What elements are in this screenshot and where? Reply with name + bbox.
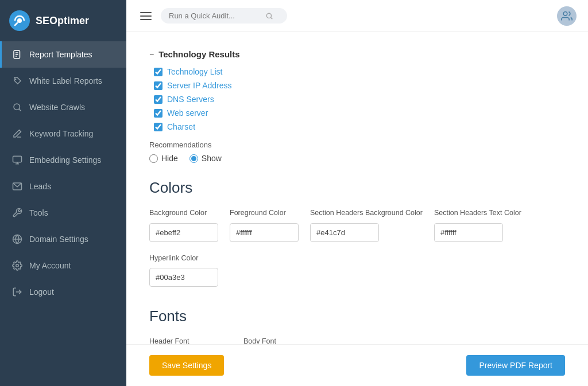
checkbox-label: DNS Servers: [167, 95, 214, 104]
sidebar: SEOptimer Report Templates White Label R…: [0, 0, 126, 386]
checkbox-item-charset[interactable]: Charset: [154, 122, 565, 131]
checkbox-tech-list[interactable]: [154, 68, 163, 76]
svg-rect-9: [13, 156, 22, 162]
hyperlink-color-group: Hyperlink Color: [149, 254, 218, 287]
search-icon: [12, 102, 22, 112]
sidebar-item-label: Leads: [29, 182, 51, 191]
checkbox-item-dns-servers[interactable]: DNS Servers: [154, 95, 565, 104]
sidebar-item-white-label[interactable]: White Label Reports: [0, 68, 126, 94]
svg-point-15: [16, 264, 19, 267]
sidebar-item-logout[interactable]: Logout: [0, 279, 126, 305]
bg-color-group: Background Color: [149, 208, 218, 242]
main-content: − Technology Results Technology List Ser…: [126, 32, 588, 344]
sidebar-item-label: Report Templates: [29, 50, 92, 59]
radio-show[interactable]: Show: [189, 154, 222, 163]
checkbox-item-server-ip[interactable]: Server IP Address: [154, 81, 565, 90]
header-font-label: Header Font: [149, 337, 230, 344]
search-input[interactable]: [169, 11, 261, 20]
sidebar-item-embedding-settings[interactable]: Embedding Settings: [0, 147, 126, 173]
tech-results-header: − Technology Results: [149, 49, 565, 59]
hyperlink-color-input[interactable]: [149, 268, 218, 287]
svg-point-6: [15, 79, 16, 80]
fg-color-label: Foreground Color: [230, 208, 299, 219]
radio-hide-input[interactable]: [149, 154, 158, 163]
sidebar-item-label: Logout: [29, 287, 54, 297]
topbar: [126, 0, 588, 32]
sidebar-item-label: Domain Settings: [29, 235, 88, 244]
sidebar-item-label: Embedding Settings: [29, 155, 101, 165]
checkbox-label: Technology List: [167, 67, 223, 76]
fg-color-group: Foreground Color: [230, 208, 299, 242]
sidebar-item-label: Website Crawls: [29, 103, 85, 112]
checkbox-server-ip[interactable]: [154, 81, 163, 90]
hamburger-line: [140, 19, 152, 20]
checkbox-web-server[interactable]: [154, 109, 163, 118]
sidebar-item-website-crawls[interactable]: Website Crawls: [0, 94, 126, 120]
section-bg-color-group: Section Headers Background Color: [310, 208, 423, 242]
svg-point-17: [266, 13, 271, 18]
checkbox-label: Web server: [167, 108, 208, 118]
sidebar-item-tools[interactable]: Tools: [0, 200, 126, 226]
logo-text: SEOptimer: [36, 15, 89, 27]
section-text-color-input[interactable]: [434, 223, 503, 242]
radio-hide-label: Hide: [161, 154, 178, 163]
checkbox-item-tech-list[interactable]: Technology List: [154, 67, 565, 76]
recommendations-label: Recommendations: [149, 141, 565, 149]
save-settings-button[interactable]: Save Settings: [149, 355, 224, 376]
checkbox-item-web-server[interactable]: Web server: [154, 108, 565, 118]
svg-point-19: [563, 11, 567, 15]
bg-color-label: Background Color: [149, 208, 218, 219]
fg-color-input[interactable]: [230, 223, 299, 242]
file-icon: [12, 49, 22, 60]
svg-line-8: [19, 109, 21, 111]
hamburger-line: [140, 12, 152, 13]
search-icon: [265, 12, 273, 20]
technology-results-section: − Technology Results Technology List Ser…: [149, 49, 565, 163]
sidebar-item-label: Keyword Tracking: [29, 129, 93, 138]
hamburger-button[interactable]: [138, 10, 154, 22]
monitor-icon: [12, 155, 22, 165]
user-avatar[interactable]: [557, 6, 577, 26]
body-font-group: Body Font Roboto ▲: [243, 337, 324, 344]
sidebar-item-leads[interactable]: Leads: [0, 173, 126, 200]
tool-icon: [12, 208, 22, 218]
users-icon: [561, 10, 572, 22]
section-title: Technology Results: [158, 49, 239, 59]
hamburger-line: [140, 15, 152, 17]
nav-menu: Report Templates White Label Reports Web…: [0, 41, 126, 386]
preview-pdf-button[interactable]: Preview PDF Report: [466, 355, 565, 376]
recommendations-row: Recommendations Hide Show: [149, 141, 565, 163]
seoptimer-logo: [9, 10, 30, 31]
recommendations-radio-group: Hide Show: [149, 154, 565, 163]
checkbox-charset[interactable]: [154, 123, 163, 131]
sidebar-item-keyword-tracking[interactable]: Keyword Tracking: [0, 120, 126, 147]
body-font-label: Body Font: [243, 337, 324, 344]
sidebar-item-label: White Label Reports: [29, 76, 102, 85]
colors-heading: Colors: [149, 179, 565, 197]
sidebar-item-report-templates[interactable]: Report Templates: [0, 41, 126, 68]
search-bar[interactable]: [161, 8, 287, 24]
checkbox-label: Charset: [167, 122, 195, 131]
section-text-color-group: Section Headers Text Color: [434, 208, 521, 242]
bg-color-input[interactable]: [149, 223, 218, 242]
checkbox-dns-servers[interactable]: [154, 95, 163, 104]
sidebar-item-label: Tools: [29, 208, 48, 217]
sidebar-item-domain-settings[interactable]: Domain Settings: [0, 226, 126, 252]
checkbox-label: Server IP Address: [167, 81, 232, 90]
svg-point-1: [17, 18, 22, 23]
collapse-icon[interactable]: −: [149, 50, 154, 59]
header-font-group: Header Font Roboto ▲: [149, 337, 230, 344]
mail-icon: [12, 181, 22, 192]
fonts-row: Header Font Roboto ▲ Body Font Roboto ▲: [149, 337, 565, 344]
logout-icon: [12, 287, 22, 297]
section-bg-color-input[interactable]: [310, 223, 379, 242]
gear-icon: [12, 260, 22, 271]
svg-point-7: [14, 104, 20, 110]
radio-hide[interactable]: Hide: [149, 154, 178, 163]
section-text-color-label: Section Headers Text Color: [434, 208, 521, 219]
pencil-icon: [12, 128, 22, 139]
radio-show-label: Show: [202, 154, 222, 163]
fonts-section: Fonts Header Font Roboto ▲ Body Font Rob…: [149, 307, 565, 344]
radio-show-input[interactable]: [189, 154, 198, 163]
sidebar-item-my-account[interactable]: My Account: [0, 252, 126, 279]
